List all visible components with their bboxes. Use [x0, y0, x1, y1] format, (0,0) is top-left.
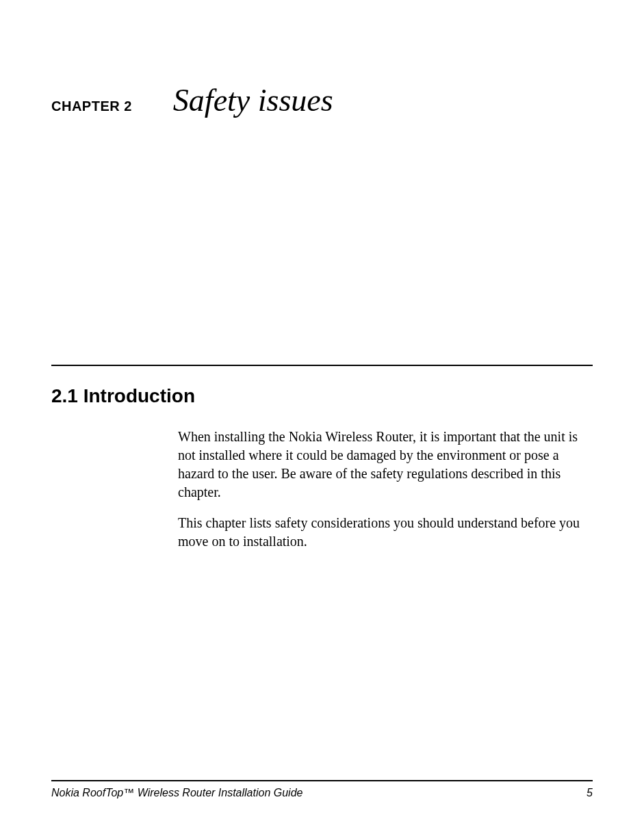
chapter-header: CHAPTER 2 Safety issues [51, 82, 593, 118]
footer-page-number: 5 [587, 787, 593, 799]
section-heading: 2.1 Introduction [51, 385, 593, 407]
page-footer: Nokia RoofTop™ Wireless Router Installat… [51, 780, 593, 799]
footer-rule [51, 780, 593, 781]
document-page: CHAPTER 2 Safety issues 2.1 Introduction… [0, 0, 644, 832]
chapter-label: CHAPTER 2 [51, 99, 132, 114]
section-body: When installing the Nokia Wireless Route… [178, 428, 586, 551]
chapter-title: Safety issues [173, 82, 333, 118]
footer-line: Nokia RoofTop™ Wireless Router Installat… [51, 787, 593, 799]
body-paragraph: When installing the Nokia Wireless Route… [178, 428, 586, 502]
body-paragraph: This chapter lists safety considerations… [178, 514, 586, 551]
footer-title: Nokia RoofTop™ Wireless Router Installat… [51, 787, 302, 799]
section-rule [51, 365, 593, 366]
